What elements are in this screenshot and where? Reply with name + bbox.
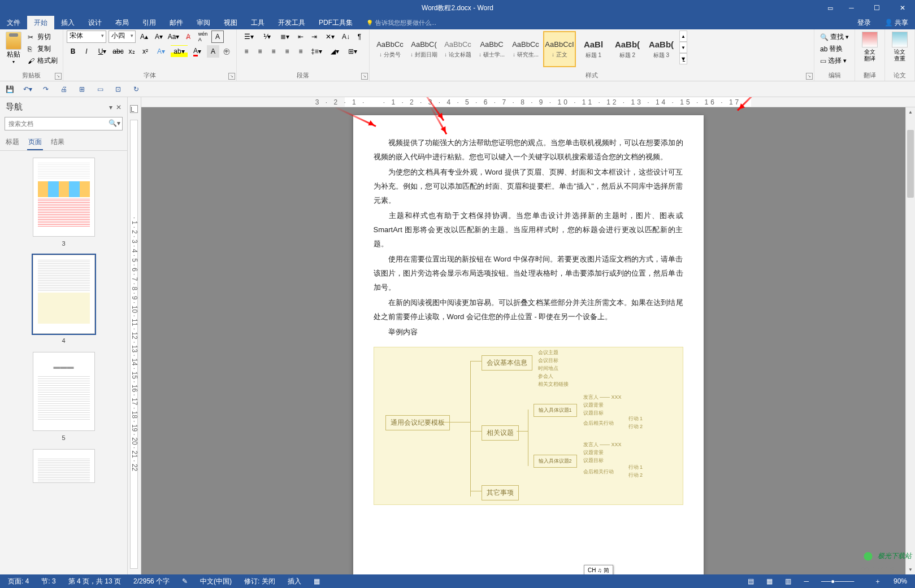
phonetic-button[interactable]: wénA — [197, 31, 209, 43]
style-item-5[interactable]: AaBbCcI↓ 正文 — [543, 31, 576, 67]
document-page[interactable]: 视频提供了功能强大的方法帮助您证明您的观点。当您单击联机视频时，可以在想要添加的… — [353, 115, 704, 574]
tab-mailings[interactable]: 邮件 — [163, 16, 190, 29]
superscript-button[interactable]: x² — [139, 45, 151, 58]
style-item-7[interactable]: AaBb(标题 2 — [611, 31, 644, 67]
enclose-char-button[interactable]: ㊥ — [220, 45, 233, 58]
qat-save-button[interactable]: 💾 — [5, 84, 15, 94]
maximize-button[interactable]: ☐ — [864, 0, 890, 16]
style-item-2[interactable]: AaBbCc↓ 论文标题 — [441, 31, 474, 67]
ribbon-display-icon[interactable]: ▭ — [822, 5, 839, 12]
tab-design[interactable]: 设计 — [81, 16, 109, 29]
char-shading-button[interactable]: A — [207, 45, 219, 58]
align-right-button[interactable]: ≡ — [267, 45, 280, 58]
increase-indent-button[interactable]: ⇥ — [308, 31, 320, 43]
text-effects-button[interactable]: A▾ — [153, 45, 170, 58]
qat-btn7[interactable]: ⊡ — [113, 84, 123, 94]
font-size-select[interactable]: 小四 — [109, 31, 136, 43]
horizontal-ruler[interactable]: 3 · 2 · 1 · · 1 · 2 · 3 · 4 · 5 · 6 · 7 … — [141, 97, 915, 107]
shrink-font-button[interactable]: A▾ — [153, 31, 165, 43]
share-button[interactable]: 👤共享 — [878, 16, 915, 29]
font-name-select[interactable]: 宋体 — [67, 31, 106, 43]
paste-button[interactable]: 粘贴 ▾ — [3, 31, 24, 70]
tab-tools[interactable]: 工具 — [244, 16, 271, 29]
shading-button[interactable]: ◢▾ — [326, 45, 343, 58]
vertical-scrollbar[interactable]: ▲ ▼ — [905, 107, 915, 574]
style-item-8[interactable]: AaBb(标题 3 — [645, 31, 678, 67]
styles-more[interactable]: ▼̲ — [679, 53, 687, 64]
styles-down[interactable]: ▼ — [679, 42, 687, 53]
tab-review[interactable]: 审阅 — [190, 16, 217, 29]
qat-print-button[interactable]: 🖨 — [59, 84, 69, 94]
show-marks-button[interactable]: ¶ — [353, 31, 366, 43]
font-launcher[interactable]: ↘ — [228, 73, 235, 80]
justify-button[interactable]: ≡ — [281, 45, 293, 58]
style-item-4[interactable]: AaBbCc↓ 研究生... — [509, 31, 542, 67]
align-center-button[interactable]: ≡ — [254, 45, 266, 58]
style-item-3[interactable]: AaBbC↓ 硕士学... — [475, 31, 508, 67]
nav-tab-pages[interactable]: 页面 — [27, 135, 43, 150]
copy-button[interactable]: ⎘复制 — [26, 43, 59, 54]
clipboard-launcher[interactable]: ↘ — [55, 73, 62, 80]
qat-btn5[interactable]: ⊞ — [77, 84, 87, 94]
full-translate-button[interactable]: 全文翻译 — [858, 31, 881, 63]
nav-search-input[interactable] — [5, 117, 123, 130]
align-left-button[interactable]: ≡ — [240, 45, 253, 58]
document-area[interactable]: 3 · 2 · 1 · · 1 · 2 · 3 · 4 · 5 · 6 · 7 … — [141, 97, 915, 574]
search-icon[interactable]: 🔍▾ — [109, 119, 120, 127]
tab-layout[interactable]: 布局 — [109, 16, 136, 29]
replace-button[interactable]: ab替换 — [818, 43, 851, 54]
tell-me-input[interactable]: 告诉我您想要做什么... — [359, 16, 443, 29]
italic-button[interactable]: I — [80, 45, 93, 58]
nav-close-button[interactable]: ✕ — [116, 103, 122, 111]
nav-tab-results[interactable]: 结果 — [50, 135, 66, 150]
cut-button[interactable]: ✂剪切 — [26, 32, 59, 42]
distribute-button[interactable]: ≡ — [294, 45, 307, 58]
font-color-button[interactable]: A▾ — [189, 45, 206, 58]
login-button[interactable]: 登录 — [851, 16, 878, 29]
ime-indicator[interactable]: CH ♫ 简 — [584, 565, 613, 574]
page-thumbnail-3[interactable] — [33, 158, 95, 237]
find-button[interactable]: 🔍查找 ▾ — [818, 32, 851, 42]
highlight-button[interactable]: ab▾ — [171, 45, 188, 58]
change-case-button[interactable]: Aa▾ — [167, 31, 180, 43]
qat-btn8[interactable]: ↻ — [131, 84, 141, 94]
tab-pdf[interactable]: PDF工具集 — [312, 16, 359, 29]
bullets-button[interactable]: ☰▾ — [240, 31, 257, 43]
tab-developer[interactable]: 开发工具 — [271, 16, 312, 29]
nav-dropdown-icon[interactable]: ▾ — [109, 103, 112, 111]
multilevel-button[interactable]: ≣▾ — [276, 31, 293, 43]
styles-launcher[interactable]: ↘ — [806, 73, 813, 80]
style-item-0[interactable]: AaBbCc↓ 分类号 — [374, 31, 406, 67]
ruler-corner[interactable]: L — [130, 105, 138, 113]
grow-font-button[interactable]: A▴ — [138, 31, 150, 43]
close-button[interactable]: ✕ — [890, 0, 915, 16]
page-thumbnail-4[interactable] — [33, 255, 95, 334]
line-spacing-button[interactable]: ‡≡▾ — [308, 45, 325, 58]
asian-layout-button[interactable]: ✕▾ — [322, 31, 339, 43]
page-thumbnail-6[interactable] — [33, 449, 95, 483]
minimize-button[interactable]: ─ — [839, 0, 864, 16]
clear-format-button[interactable]: A̷ — [182, 31, 194, 43]
bold-button[interactable]: B — [67, 45, 79, 58]
qat-redo-button[interactable]: ↷ — [41, 84, 51, 94]
strike-button[interactable]: abc — [112, 45, 124, 58]
qat-btn6[interactable]: ▭ — [95, 84, 105, 94]
scroll-thumb[interactable] — [907, 130, 914, 198]
style-item-1[interactable]: AaBbC(↓ 封面日期 — [407, 31, 440, 67]
page-thumbnail-5[interactable]: ▬▬▬ — [33, 352, 95, 431]
decrease-indent-button[interactable]: ⇤ — [294, 31, 307, 43]
qat-undo-button[interactable]: ↶▾ — [23, 84, 33, 94]
tab-references[interactable]: 引用 — [136, 16, 163, 29]
borders-button[interactable]: ⊞▾ — [344, 45, 361, 58]
sort-button[interactable]: A↓ — [340, 31, 352, 43]
style-item-6[interactable]: AaBl标题 1 — [577, 31, 610, 67]
tab-home[interactable]: 开始 — [27, 16, 54, 29]
subscript-button[interactable]: x₂ — [125, 45, 138, 58]
tab-insert[interactable]: 插入 — [54, 16, 81, 29]
thesis-check-button[interactable]: 论文查重 — [888, 31, 911, 63]
styles-up[interactable]: ▲ — [679, 31, 687, 42]
numbering-button[interactable]: ⅟▾ — [258, 31, 275, 43]
scroll-up-button[interactable]: ▲ — [906, 107, 915, 117]
paragraph-launcher[interactable]: ↘ — [361, 73, 368, 80]
nav-tab-headings[interactable]: 标题 — [5, 135, 20, 150]
